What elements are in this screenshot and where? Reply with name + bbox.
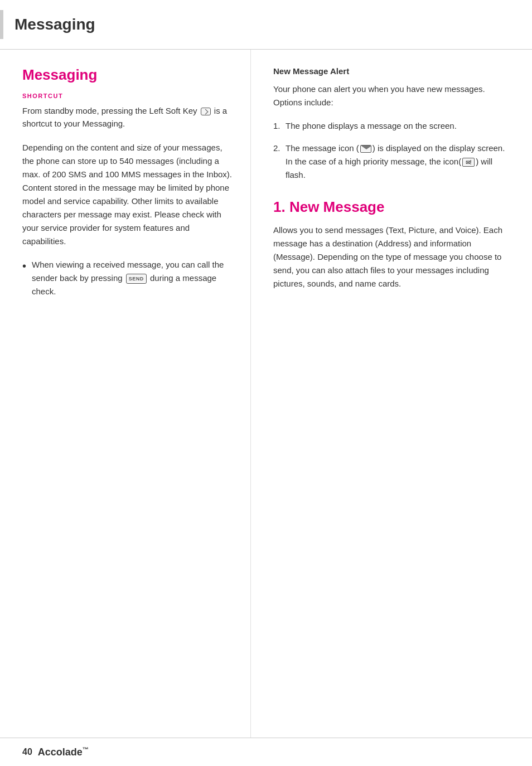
- new-message-heading: 1. New Message: [273, 198, 510, 216]
- alert-item-1: 1. The phone displays a message on the s…: [273, 119, 510, 133]
- page-header: Messaging: [0, 0, 532, 50]
- trademark-symbol: ™: [83, 746, 89, 753]
- body-paragraph: Depending on the content and size of you…: [22, 141, 234, 248]
- shortcut-label: SHORTCUT: [22, 93, 234, 99]
- new-message-body: Allows you to send messages (Text, Pictu…: [273, 224, 510, 290]
- bullet-item-send: • When viewing a received message, you c…: [22, 258, 234, 298]
- bullet-text: When viewing a received message, you can…: [32, 258, 234, 298]
- right-column: New Message Alert Your phone can alert y…: [251, 50, 532, 738]
- item1-text: The phone displays a message on the scre…: [286, 119, 457, 133]
- alert-heading: New Message Alert: [273, 66, 510, 76]
- header-border-accent: [0, 10, 3, 39]
- page-title: Messaging: [14, 16, 95, 33]
- item2-number: 2.: [273, 142, 286, 155]
- page-container: Messaging Messaging SHORTCUT From standb…: [0, 0, 532, 766]
- brand-name: Accolade™: [38, 746, 89, 758]
- bullet-dot: •: [22, 257, 26, 275]
- content-area: Messaging SHORTCUT From standby mode, pr…: [0, 50, 532, 738]
- page-footer: 40 Accolade™: [0, 738, 532, 766]
- alert-intro: Your phone can alert you when you have n…: [273, 83, 510, 109]
- envelope-icon: [360, 145, 371, 153]
- messaging-section-heading: Messaging: [22, 66, 234, 84]
- item1-number: 1.: [273, 119, 286, 133]
- item2-part1: The message icon (: [286, 143, 359, 153]
- envelope-exclaim-icon: ✉!: [462, 158, 475, 167]
- brand-text: Accolade: [38, 746, 83, 758]
- soft-key-icon: [201, 108, 211, 115]
- page-number: 40: [22, 747, 32, 757]
- shortcut-text: From standby mode, pressing the Left Sof…: [22, 105, 234, 130]
- shortcut-text-part1: From standby mode, pressing the Left Sof…: [22, 106, 197, 115]
- alert-numbered-list: 1. The phone displays a message on the s…: [273, 119, 510, 182]
- left-column: Messaging SHORTCUT From standby mode, pr…: [0, 50, 251, 738]
- item2-text: The message icon () is displayed on the …: [286, 142, 510, 182]
- alert-item-2: 2. The message icon () is displayed on t…: [273, 142, 510, 182]
- send-key-icon: SEND: [126, 274, 147, 284]
